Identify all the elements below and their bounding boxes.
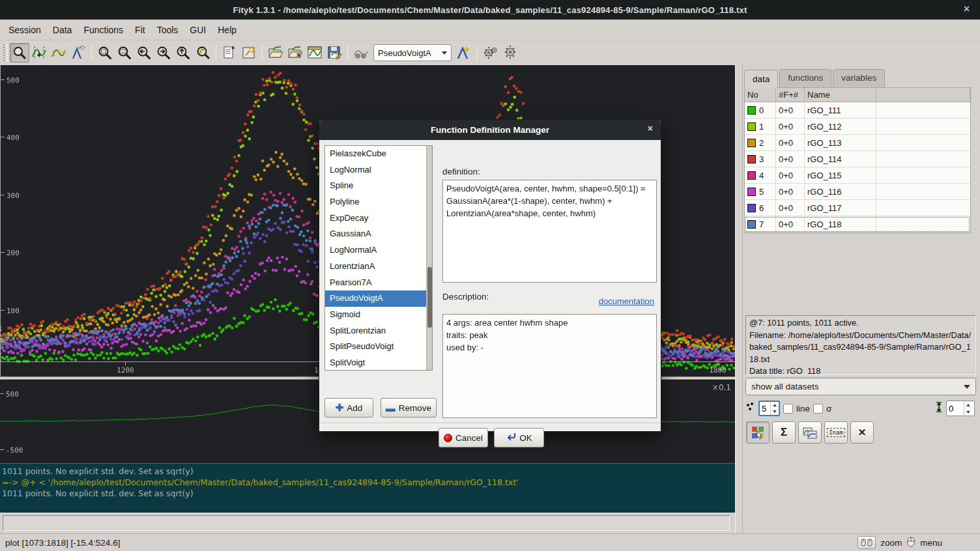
window-close-button[interactable]: ×	[964, 3, 970, 16]
plot-range-status: plot [1073:1818] [-15.4:524.6]	[0, 538, 120, 548]
column-header: #F+#	[776, 88, 805, 102]
function-list-item[interactable]: SplitLorentzian	[325, 323, 426, 339]
scrollbar-thumb[interactable]	[427, 267, 432, 328]
remove-function-button[interactable]: ▬ Remove	[381, 398, 437, 417]
table-row[interactable]: 70+0rGO_118	[745, 216, 970, 233]
execute-gear-button[interactable]	[500, 43, 520, 63]
zoom-left-button[interactable]	[134, 43, 154, 63]
cancel-button[interactable]: Cancel	[439, 428, 488, 447]
save-image-button[interactable]	[305, 43, 324, 63]
zoom-undo-button[interactable]	[193, 43, 212, 63]
command-input[interactable]	[3, 515, 730, 531]
function-list-item[interactable]: Pearson7A	[325, 275, 426, 291]
baseline-tool-button[interactable]	[49, 43, 68, 63]
datasets-grid-button[interactable]	[746, 421, 770, 444]
sidebar-buttons: Σ Inam ✕	[743, 419, 980, 449]
table-row[interactable]: 40+0rGO_115	[745, 167, 970, 184]
menu-gui[interactable]: GUI	[184, 21, 212, 39]
dataset-table: No#F+#Name00+0rGO_11110+0rGO_11220+0rGO_…	[744, 87, 971, 233]
sigma-checkbox[interactable]	[813, 404, 823, 414]
menu-fit[interactable]: Fit	[129, 21, 151, 39]
remove-button-label: Remove	[399, 403, 431, 413]
zoom-selection-button[interactable]	[115, 43, 134, 63]
window-title: Fityk 1.3.1 - /home/aleplo/test/Document…	[233, 5, 747, 15]
auto-add-peak-button[interactable]	[351, 43, 371, 63]
dataset-name-cell: rGO_113	[805, 135, 876, 150]
dataset-no-cell: 0	[745, 102, 776, 118]
sum-button[interactable]: Σ	[772, 421, 796, 444]
function-list[interactable]: PielaszekCubeLogNormalSplinePolylineExpD…	[324, 145, 433, 371]
tab-variables[interactable]: variables	[833, 69, 885, 87]
console-line: 1011 points. No explicit std. dev. Set a…	[2, 466, 733, 477]
dataset-no-cell: 2	[745, 135, 776, 150]
define-functions-gear-button[interactable]	[481, 43, 500, 63]
tab-functions[interactable]: functions	[779, 69, 831, 87]
sidebar: datafunctionsvariables No#F+#Name00+0rGO…	[743, 65, 980, 533]
table-row[interactable]: 10+0rGO_112	[745, 119, 970, 135]
function-list-item[interactable]: GaussianA	[325, 226, 426, 242]
ok-button[interactable]: OK	[494, 428, 544, 447]
dataset-name-cell: rGO_114	[805, 151, 876, 167]
table-row[interactable]: 20+0rGO_113	[745, 135, 970, 151]
session-log-button[interactable]	[220, 43, 239, 63]
table-row[interactable]: 60+0rGO_117	[745, 200, 970, 216]
table-row[interactable]: 50+0rGO_116	[745, 184, 970, 200]
plus-icon: ✚	[336, 402, 344, 414]
function-list-scrollbar[interactable]	[426, 146, 432, 370]
function-list-item[interactable]: LorentzianA	[325, 259, 426, 275]
sidebar-splitter[interactable]	[735, 65, 743, 533]
dialog-close-button[interactable]: ×	[648, 123, 653, 134]
function-type-select[interactable]: PseudoVoigtA	[373, 44, 452, 61]
menu-session[interactable]: Session	[3, 21, 47, 39]
line-checkbox[interactable]	[783, 404, 793, 414]
dataset-count-cell: 0+0	[776, 184, 805, 199]
menu-data[interactable]: Data	[47, 21, 78, 39]
menu-functions[interactable]: Functions	[78, 21, 129, 39]
save-session-button[interactable]	[324, 43, 344, 63]
shift-input[interactable]	[947, 401, 964, 416]
point-size-input[interactable]	[760, 402, 770, 415]
zoom-all-button[interactable]	[95, 43, 115, 63]
open-data-custom-button[interactable]	[285, 43, 305, 63]
toolbar-grip[interactable]	[3, 44, 8, 61]
function-list-item[interactable]: Polyline	[325, 194, 426, 210]
point-size-stepper[interactable]	[758, 401, 780, 416]
add-function-button[interactable]: ✚ Add	[324, 398, 373, 417]
dialog-titlebar[interactable]: Function Definition Manager ×	[319, 120, 661, 140]
zoom-vertical-button[interactable]	[173, 43, 193, 63]
function-list-item[interactable]: ExpDecay	[325, 210, 426, 227]
function-list-item[interactable]: Spline	[325, 178, 426, 194]
function-list-item[interactable]: LogNormalA	[325, 242, 426, 259]
name-format-button[interactable]: Inam	[824, 421, 848, 444]
add-peak-button[interactable]	[454, 43, 474, 63]
settings-wrench-button[interactable]	[239, 43, 259, 63]
function-list-item[interactable]: Sigmoid	[325, 307, 426, 323]
function-plots-button[interactable]	[798, 421, 822, 444]
mouse-hints-button[interactable]	[857, 536, 876, 549]
function-list-item[interactable]: PielaszekCube	[325, 146, 426, 162]
function-list-item[interactable]: LogNormal	[325, 162, 426, 178]
documentation-link[interactable]: documentation	[599, 296, 654, 306]
table-row[interactable]: 00+0rGO_111	[745, 102, 970, 119]
data-range-tool-button[interactable]	[29, 43, 49, 63]
function-list-item[interactable]: SplitVoigt	[325, 355, 426, 371]
menu-help[interactable]: Help	[212, 21, 242, 39]
tab-data[interactable]: data	[744, 70, 778, 88]
toolbar: PseudoVoigtA	[0, 40, 980, 65]
zoom-right-button[interactable]	[154, 43, 173, 63]
function-list-item[interactable]: PseudoVoigtA	[325, 290, 426, 307]
dataset-color-chip	[747, 220, 756, 229]
definition-textarea[interactable]: PseudoVoigtA(area, center, hwhm, shape=0…	[442, 180, 657, 283]
dataset-no-cell: 6	[745, 200, 776, 216]
dataset-filter-select[interactable]: show all datasets	[745, 378, 976, 395]
function-list-item[interactable]: SplitPseudoVoigt	[325, 339, 426, 355]
shift-stepper[interactable]	[946, 401, 975, 416]
table-row[interactable]: 30+0rGO_114	[745, 151, 970, 167]
zoom-select-tool-button[interactable]	[10, 43, 29, 63]
delete-dataset-button[interactable]: ✕	[850, 421, 874, 444]
add-peak-tool-button[interactable]	[68, 43, 88, 63]
open-data-button[interactable]	[266, 43, 285, 63]
line-checkbox-label: line	[796, 404, 810, 414]
menu-tools[interactable]: Tools	[151, 21, 184, 39]
definition-label: definition:	[442, 167, 480, 177]
